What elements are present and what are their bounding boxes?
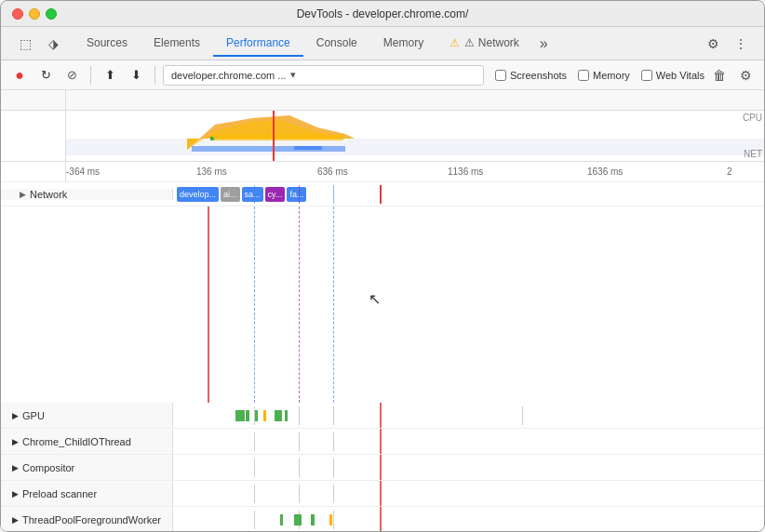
cpu-net-chart[interactable]: CPU NET (1, 111, 764, 162)
performance-toolbar: ● ↻ ⊘ ⬆ ⬇ developer.chrome.com ... ▾ Scr… (1, 60, 764, 90)
tab-sources[interactable]: Sources (74, 31, 141, 57)
inspect-icon[interactable]: ⬚ (12, 31, 38, 57)
network-timeline-row: ▶ Network develop... ai... sa... cy... f… (1, 182, 764, 206)
tab-network[interactable]: ⚠ ⚠ Network (436, 31, 532, 57)
title-bar: DevTools - developer.chrome.com/ (1, 1, 764, 27)
svg-rect-0 (66, 139, 764, 155)
tab-elements[interactable]: Elements (141, 31, 213, 57)
url-dropdown-icon[interactable]: ▾ (290, 69, 296, 81)
flame-chart-area[interactable]: ↖ (1, 206, 764, 403)
ts-636: 636 ms (317, 166, 348, 177)
preload-scanner-row: ▶ Preload scanner (1, 481, 764, 507)
net-req-ai: ai... (221, 187, 240, 202)
save-profile-button[interactable]: ⬇ (125, 64, 147, 86)
net-req-develop: develop... (177, 187, 219, 202)
main-tab-bar: ⬚ ⬗ Sources Elements Performance Console… (1, 27, 764, 60)
gpu-bar-6 (285, 410, 288, 421)
traffic-lights (12, 8, 57, 20)
gpu-bar-5 (275, 410, 282, 421)
tab-bar-icons: ⬚ ⬗ (5, 31, 74, 57)
compositor-row: ▶ Compositor (1, 455, 764, 481)
maximize-button[interactable] (46, 8, 57, 20)
record-button[interactable]: ● (8, 64, 31, 86)
child-io-expand-arrow[interactable]: ▶ (12, 437, 19, 446)
network-bars: develop... ai... sa... cy... fa... (173, 185, 764, 204)
settings-icon[interactable]: ⚙ (701, 32, 725, 56)
url-display: developer.chrome.com ... ▾ (163, 65, 484, 86)
gpu-bar-2 (246, 410, 249, 421)
ts-1136: 1136 ms (448, 166, 483, 177)
child-io-thread-label[interactable]: ▶ Chrome_ChildIOThread (1, 429, 173, 454)
gpu-expand-arrow[interactable]: ▶ (12, 411, 19, 420)
svg-rect-6 (294, 146, 322, 150)
ts-2: 2 (727, 166, 732, 177)
reload-record-button[interactable]: ↻ (34, 64, 57, 86)
tab-bar-right-icons: ⚙ ⋮ (701, 32, 760, 56)
timestamp-row: -364 ms 136 ms 636 ms 1136 ms 1636 ms 2 (1, 162, 764, 182)
timeline-ruler: 500 ms 136 ms 636 ms 1136 ms 1636 ms 136… (1, 90, 764, 111)
delete-profile-button[interactable]: 🗑 (708, 64, 731, 86)
network-row-label[interactable]: ▶ Network (1, 189, 173, 200)
ts-neg364: -364 ms (66, 166, 100, 177)
more-tabs-button[interactable]: » (532, 32, 556, 56)
toolbar-divider-2 (154, 66, 155, 85)
web-vitals-checkbox[interactable]: Web Vitals (641, 70, 705, 81)
gpu-row-label[interactable]: ▶ GPU (1, 403, 173, 428)
compositor-expand-arrow[interactable]: ▶ (12, 463, 19, 472)
cpu-label: CPU (743, 113, 762, 123)
performance-main: 500 ms 136 ms 636 ms 1136 ms 1636 ms 136… (1, 90, 764, 532)
tab-console[interactable]: Console (303, 31, 370, 57)
close-button[interactable] (12, 8, 23, 20)
svg-rect-4 (213, 135, 343, 140)
threadpool-label[interactable]: ▶ ThreadPoolForegroundWorker (1, 507, 173, 532)
net-req-sa: sa... (242, 187, 263, 202)
clear-button[interactable]: ⊘ (60, 64, 83, 86)
threadpool-expand-arrow[interactable]: ▶ (12, 515, 19, 525)
preload-scanner-label[interactable]: ▶ Preload scanner (1, 481, 173, 506)
preload-expand-arrow[interactable]: ▶ (12, 489, 19, 499)
ts-1636: 1636 ms (587, 166, 623, 177)
toolbar-checkboxes: Screenshots Memory Web Vitals (495, 70, 705, 81)
net-req-fa: fa... (287, 187, 306, 202)
load-profile-button[interactable]: ⬆ (99, 64, 121, 86)
ts-136: 136 ms (196, 166, 227, 177)
tab-memory[interactable]: Memory (370, 31, 436, 57)
network-expand-arrow[interactable]: ▶ (20, 190, 26, 199)
window-title: DevTools - developer.chrome.com/ (12, 7, 753, 20)
gpu-bar-4 (263, 410, 266, 421)
gpu-bar-1 (235, 410, 245, 421)
memory-checkbox[interactable]: Memory (578, 70, 630, 81)
svg-rect-5 (192, 146, 345, 152)
toolbar-divider-1 (90, 66, 91, 85)
net-req-cy: cy... (265, 187, 286, 202)
child-io-thread-row: ▶ Chrome_ChildIOThread (1, 429, 764, 455)
net-label: NET (744, 149, 762, 159)
gpu-row-content (173, 403, 764, 428)
compositor-label[interactable]: ▶ Compositor (1, 455, 173, 480)
threadpool-row: ▶ ThreadPoolForegroundWorker (1, 507, 764, 532)
more-options-icon[interactable]: ⋮ (729, 32, 753, 56)
main-tabs: Sources Elements Performance Console Mem… (74, 31, 701, 57)
device-mode-icon[interactable]: ⬗ (40, 31, 66, 57)
screenshots-checkbox[interactable]: Screenshots (495, 70, 567, 81)
gpu-row: ▶ GPU (1, 403, 764, 429)
tab-performance[interactable]: Performance (213, 31, 303, 57)
capture-settings-button[interactable]: ⚙ (734, 64, 757, 86)
warning-icon: ⚠ (450, 36, 460, 49)
cursor: ↖ (369, 290, 381, 308)
gpu-bar-3 (255, 410, 258, 421)
minimize-button[interactable] (29, 8, 40, 20)
